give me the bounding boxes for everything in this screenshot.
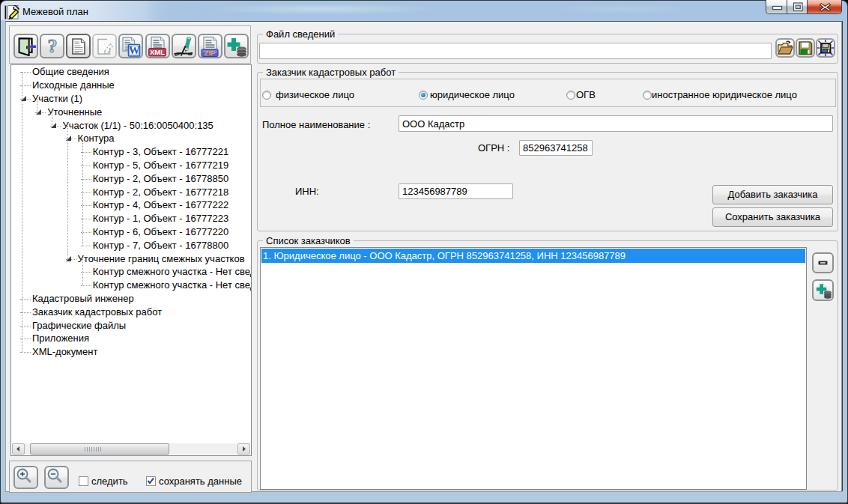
svg-text:?: ? <box>47 36 57 56</box>
svg-text:ZIP: ZIP <box>205 49 216 57</box>
svg-text:W: W <box>129 44 140 56</box>
svg-text:XML: XML <box>150 48 165 56</box>
